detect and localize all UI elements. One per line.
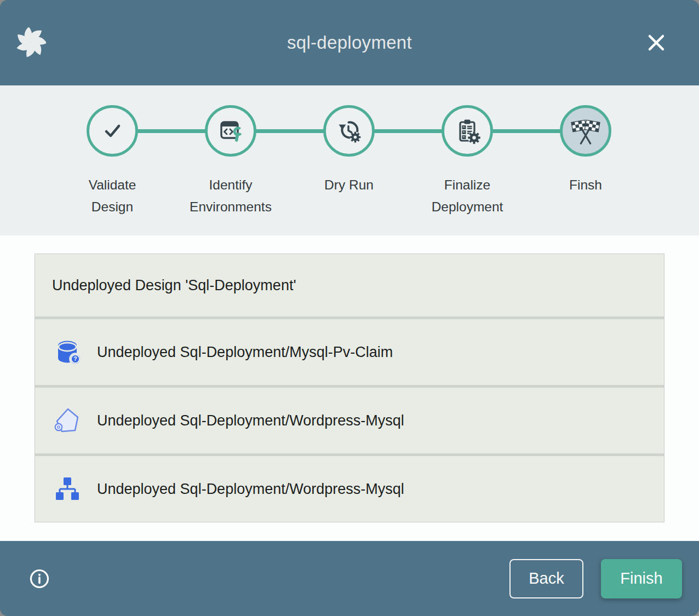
code-window-wrench-icon [217,118,244,144]
wizard-stepper: Validate Design Identi [0,85,699,235]
result-text: Undeployed Sql-Deployment/Wordpress-Mysq… [97,481,404,498]
svg-text:?: ? [73,355,77,362]
close-button[interactable] [644,31,668,55]
result-row-mysql-pv-claim: ? Undeployed Sql-Deployment/Mysql-Pv-Cla… [35,316,664,385]
check-icon [99,118,125,144]
info-icon [28,568,50,590]
database-question-icon: ? [53,338,82,366]
step-label: Identify Environments [190,174,272,218]
step-finish: Finsh [526,105,645,218]
hierarchy-icon [53,475,82,503]
modal-footer: Back Finish [0,541,699,616]
deployment-wizard-modal: sql-deployment Validate Design [0,0,699,616]
result-row-wordpress-mysql-shape: Undeployed Sql-Deployment/Wordpress-Mysq… [35,385,664,453]
step-circle-finish[interactable] [560,105,611,157]
back-button[interactable]: Back [509,559,583,598]
clipboard-gear-icon [454,117,481,145]
step-identify-environments: Identify Environments [171,105,290,218]
pentagon-shape-icon [53,406,82,435]
results-panel: Undeployed Design 'Sql-Deployment' ? Und… [0,235,699,541]
step-label: Validate Design [89,174,136,218]
step-circle-dry-run[interactable] [323,105,375,157]
step-finalize-deployment: Finalize Deployment [408,105,526,218]
step-circle-finalize-deployment[interactable] [442,105,493,157]
step-circle-identify-environments[interactable] [205,105,256,157]
step-dry-run: Dry Run [290,105,408,218]
modal-header: sql-deployment [0,0,699,85]
step-label: Finalize Deployment [432,174,503,218]
modal-title: sql-deployment [0,32,699,53]
step-label: Finsh [569,174,602,196]
result-text: Undeployed Sql-Deployment/Mysql-Pv-Claim [97,344,393,361]
undeploy-results-box: Undeployed Design 'Sql-Deployment' ? Und… [35,254,664,522]
finish-button[interactable]: Finish [601,559,682,598]
info-button[interactable] [28,568,50,590]
result-row-design: Undeployed Design 'Sql-Deployment' [35,254,664,316]
history-gear-icon [335,117,363,145]
step-validate-design: Validate Design [53,105,171,218]
close-icon [644,31,668,55]
result-text: Undeployed Design 'Sql-Deployment' [52,277,296,294]
checkered-flags-icon [570,116,601,146]
step-circle-validate-design[interactable] [87,105,138,157]
result-text: Undeployed Sql-Deployment/Wordpress-Mysq… [97,412,404,429]
result-row-wordpress-mysql-hierarchy: Undeployed Sql-Deployment/Wordpress-Mysq… [35,453,664,522]
step-label: Dry Run [324,174,374,196]
